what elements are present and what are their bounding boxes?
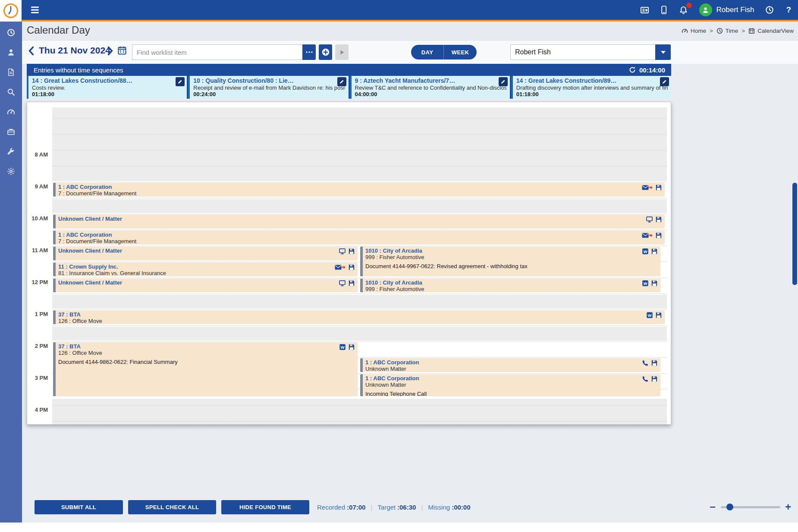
next-day-button[interactable] [107,46,113,57]
calendar-event[interactable]: 1 : ABC Corporation7 : Document/File Man… [53,183,665,197]
event-subtitle: 126 : Office Move [58,318,662,324]
event-actions[interactable] [646,216,662,223]
breadcrumb-item-time[interactable]: Time [716,28,738,34]
calendar-event[interactable]: W1010 : City of Arcadia999 : Fisher Auto… [360,247,660,276]
zoom-out-button[interactable]: − [710,501,716,513]
sidebar-item-time[interactable] [0,23,22,42]
calendar-event[interactable]: 1 : ABC CorporationUnknown MatterIncomin… [360,374,660,396]
event-subtitle: 999 : Fisher Automotive [365,254,658,260]
calendar-event[interactable]: 1 : ABC Corporation7 : Document/File Man… [53,231,665,244]
stat-separator: | [421,504,423,511]
mobile-button[interactable] [660,5,667,15]
more-options-button[interactable] [302,44,316,60]
hour-label: 8 AM [27,151,48,158]
calendar-event[interactable]: Unknown Client / Matter [53,247,358,260]
card-title: 14 : Great Lakes Construction/88… [32,77,183,84]
word-icon: W [339,344,346,350]
event-title: 37 : BTA [58,343,355,350]
breadcrumb-item-home[interactable]: Home [682,28,706,34]
event-actions[interactable]: W [642,248,658,255]
sidebar-item-contacts[interactable] [0,43,22,62]
edit-entry-button[interactable] [499,77,508,86]
news-button[interactable] [639,5,650,16]
avatar[interactable] [699,3,712,16]
zoom-slider-thumb[interactable] [726,504,733,510]
submit-all-button[interactable]: SUBMIT ALL [35,500,123,514]
add-entry-button[interactable] [319,44,332,60]
calendar-event[interactable]: 1 : ABC CorporationUnknown Matter [360,358,660,372]
hour-gridline [52,214,667,214]
save-icon [348,344,355,350]
event-actions[interactable] [335,264,355,271]
top-bar: Robert Fish ? [0,0,798,20]
breadcrumb-item-calendarview[interactable]: CalendarView [748,28,794,34]
date-picker-button[interactable] [117,46,127,56]
event-actions[interactable] [642,376,658,382]
day-view-toggle[interactable]: DAY [411,45,444,59]
hour-gridline [52,310,667,310]
app-logo[interactable] [0,0,22,22]
event-actions[interactable]: W [642,280,658,287]
worklist-card[interactable]: 9 : Aztech Yacht Manufacturers/7…Review … [350,76,510,99]
calendar-event[interactable]: W37 : BTA126 : Office Move [53,310,665,324]
menu-button[interactable] [28,3,42,17]
week-view-toggle[interactable]: WEEK [444,45,477,59]
stat-label: Missing [428,504,450,511]
pencil-icon [177,79,183,84]
save-icon [348,248,355,255]
play-icon [338,49,346,56]
sidebar-item-settings[interactable] [0,162,22,181]
time-stats: Recorded:07:00|Target:06:30|Missing:00:0… [317,500,471,514]
worklist-header: Entries without time sequences 00:14:00 [27,64,671,76]
sidebar-item-search[interactable] [0,82,22,102]
half-hour-gridline [52,325,667,326]
sidebar-item-documents[interactable] [0,63,22,82]
help-button[interactable]: ? [785,4,792,16]
edit-entry-button[interactable] [337,77,346,86]
previous-day-button[interactable] [28,46,34,57]
worklist-card[interactable]: 10 : Quality Construction/80 : Lie…Recei… [188,76,348,99]
event-actions[interactable] [642,232,662,239]
calendar-event[interactable]: Unknown Client / Matter [53,279,358,292]
zoom-in-button[interactable]: + [785,501,791,513]
event-actions[interactable] [339,248,355,255]
event-subtitle: 126 : Office Move [58,350,355,356]
dropdown-button[interactable] [655,44,671,60]
calendar-event[interactable]: W1010 : City of Arcadia999 : Fisher Auto… [360,279,660,292]
sidebar-item-tools[interactable] [0,142,22,161]
calendar-event[interactable]: Unknown Client / Matter [53,215,665,228]
worklist-card[interactable]: 14 : Great Lakes Construction/88…Costs r… [27,76,187,99]
event-title: Unknown Client / Matter [58,216,662,222]
notifications-button[interactable] [678,5,689,16]
start-timer-button[interactable] [335,44,349,60]
half-hour-gridline [52,166,667,166]
event-actions[interactable] [642,184,662,191]
calendar-event[interactable]: W37 : BTA126 : Office MoveDocument 4144-… [53,342,358,396]
breadcrumb-label: CalendarView [757,28,794,34]
event-actions[interactable]: W [646,312,662,319]
page-scrollbar-thumb[interactable] [792,183,797,285]
hour-gridline [52,405,667,406]
event-actions[interactable]: W [339,344,355,350]
calendar-event[interactable]: 11 : Crown Supply Inc.81 : Insurance Cla… [53,263,358,276]
breadcrumb-label: Home [691,28,706,34]
save-icon [655,232,662,239]
edit-entry-button[interactable] [176,77,185,86]
event-actions[interactable] [339,280,355,287]
recent-time-button[interactable] [764,5,775,15]
news-icon [640,6,649,15]
hour-label: 4 PM [27,407,48,413]
timekeeper-select[interactable]: Robert Fish [510,44,671,60]
search-input[interactable] [132,44,302,60]
worklist-timer[interactable]: 00:14:00 [629,66,671,74]
hour-gridline [52,182,667,182]
hide-found-time-button[interactable]: HIDE FOUND TIME [221,500,309,514]
save-icon [348,264,355,271]
sidebar-item-dashboard[interactable] [0,102,22,122]
sidebar-item-matters[interactable] [0,122,22,141]
spell-check-all-button[interactable]: SPELL CHECK ALL [128,500,216,514]
edit-entry-button[interactable] [660,77,669,86]
worklist-card[interactable]: 14 : Great Lakes Construction/89…Draftin… [511,76,671,99]
event-subtitle: Unknown Matter [365,382,658,388]
event-actions[interactable] [642,360,658,366]
